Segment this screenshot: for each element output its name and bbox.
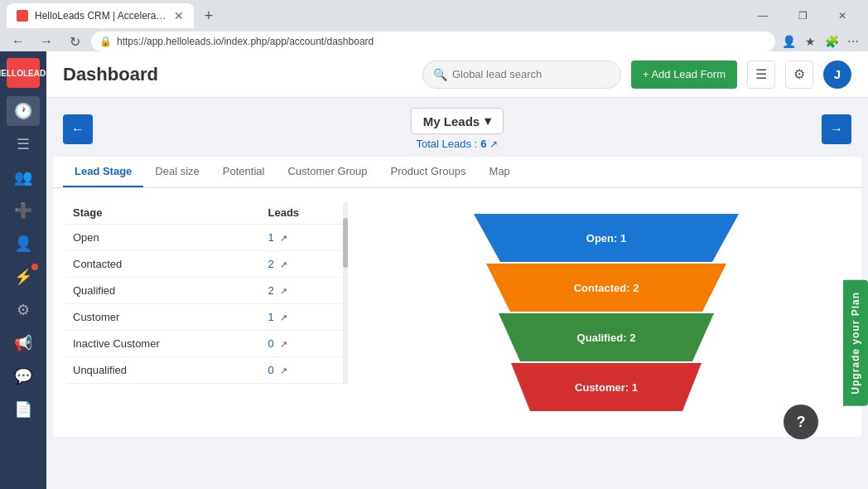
back-nav-button[interactable]: ← bbox=[7, 30, 30, 53]
total-leads-value: 6 bbox=[480, 138, 486, 150]
sidebar-item-menu[interactable]: ☰ bbox=[7, 129, 40, 159]
sidebar-item-settings[interactable]: ⚙ bbox=[7, 295, 40, 325]
tab-panel: Lead Stage Deal size Potential Customer … bbox=[53, 157, 861, 437]
sidebar-item-chat[interactable]: 💬 bbox=[7, 361, 40, 391]
leads-count-cell: 1 ↗ bbox=[262, 304, 349, 331]
browser-profile-icon[interactable]: 👤 bbox=[780, 33, 797, 50]
tab-lead-stage[interactable]: Lead Stage bbox=[63, 157, 143, 187]
sidebar-item-recent[interactable]: 🕐 bbox=[7, 96, 40, 126]
funnel-open-segment[interactable]: Open: 1 bbox=[474, 214, 739, 262]
url-text: https://app.helloleads.io/index.php/app/… bbox=[117, 36, 374, 47]
list-view-icon[interactable]: ☰ bbox=[747, 61, 775, 89]
leads-info: My Leads ▾ Total Leads : 6 ↗ bbox=[411, 108, 504, 150]
content-area: ← My Leads ▾ Total Leads : 6 ↗ → bbox=[46, 98, 868, 489]
tab-deal-size[interactable]: Deal size bbox=[143, 157, 210, 187]
tab-close-button[interactable]: ✕ bbox=[174, 9, 184, 22]
total-leads-row: Total Leads : 6 ↗ bbox=[411, 138, 504, 150]
sidebar-item-user[interactable]: 👤 bbox=[7, 229, 40, 259]
search-input[interactable] bbox=[452, 68, 601, 80]
sidebar-item-contacts[interactable]: 👥 bbox=[7, 162, 40, 192]
upgrade-plan-banner[interactable]: Upgrade your Plan bbox=[843, 280, 868, 406]
search-icon: 🔍 bbox=[433, 68, 447, 81]
row-link-icon[interactable]: ↗ bbox=[280, 339, 287, 349]
stage-cell: Contacted bbox=[66, 251, 262, 278]
sidebar-item-add[interactable]: ➕ bbox=[7, 196, 40, 225]
leads-count-cell: 2 ↗ bbox=[262, 278, 349, 304]
notification-badge bbox=[31, 264, 38, 270]
topbar: Dashboard 🔍 + Add Lead Form ☰ ⚙ J bbox=[46, 51, 868, 98]
leads-count-cell: 0 ↗ bbox=[262, 357, 349, 384]
tab-product-groups[interactable]: Product Groups bbox=[379, 157, 478, 187]
funnel-customer-segment[interactable]: Customer: 1 bbox=[511, 363, 702, 411]
leads-table: Stage Leads Open 1 ↗ Contacted 2 ↗ Quali… bbox=[66, 201, 348, 384]
stage-cell: Inactive Customer bbox=[66, 331, 262, 357]
leads-count-cell: 1 ↗ bbox=[262, 225, 349, 251]
funnel-open-label: Open: 1 bbox=[586, 232, 626, 244]
leads-table-wrap: Stage Leads Open 1 ↗ Contacted 2 ↗ Quali… bbox=[66, 201, 348, 424]
minimize-button[interactable]: — bbox=[744, 6, 782, 26]
scrollbar-thumb[interactable] bbox=[343, 218, 348, 268]
tabs-container: Lead Stage Deal size Potential Customer … bbox=[53, 157, 861, 188]
favicon-icon bbox=[17, 10, 28, 22]
restore-button[interactable]: ❐ bbox=[784, 6, 822, 26]
forward-arrow-button[interactable]: → bbox=[822, 114, 851, 144]
tab-map[interactable]: Map bbox=[478, 157, 522, 187]
stage-column-header: Stage bbox=[66, 201, 262, 225]
sidebar-item-broadcast[interactable]: 📢 bbox=[7, 328, 40, 358]
forward-nav-button[interactable]: → bbox=[35, 30, 58, 53]
leads-count-cell: 0 ↗ bbox=[262, 331, 349, 357]
sidebar-item-reports[interactable]: 📄 bbox=[7, 395, 40, 424]
user-avatar[interactable]: J bbox=[823, 61, 851, 89]
close-button[interactable]: ✕ bbox=[823, 6, 861, 26]
page-title: Dashboard bbox=[63, 64, 412, 85]
table-row: Contacted 2 ↗ bbox=[66, 251, 348, 278]
search-bar[interactable]: 🔍 bbox=[422, 61, 621, 89]
stage-cell: Customer bbox=[66, 304, 262, 331]
row-link-icon[interactable]: ↗ bbox=[280, 233, 287, 243]
browser-tab[interactable]: HelloLeads CRM | Accelerate Yo... ✕ bbox=[7, 3, 194, 28]
sidebar: HELLO LEADS 🕐 ☰ 👥 ➕ 👤 ⚡ ⚙ 📢 💬 📄 bbox=[0, 51, 46, 489]
browser-menu-icon[interactable]: ⋯ bbox=[845, 33, 861, 50]
row-link-icon[interactable]: ↗ bbox=[280, 312, 287, 322]
dropdown-arrow-icon: ▾ bbox=[485, 114, 491, 128]
app-logo: HELLO LEADS bbox=[7, 58, 40, 88]
add-lead-form-button[interactable]: + Add Lead Form bbox=[631, 61, 737, 89]
row-link-icon[interactable]: ↗ bbox=[280, 259, 287, 269]
bookmark-icon[interactable]: ★ bbox=[802, 33, 818, 50]
funnel-chart-wrap: Open: 1 Contacted: 2 Qualified: 2 Custom… bbox=[364, 201, 848, 424]
funnel-contacted-label: Contacted: 2 bbox=[574, 282, 639, 294]
back-arrow-button[interactable]: ← bbox=[63, 114, 93, 144]
dashboard-nav: ← My Leads ▾ Total Leads : 6 ↗ → bbox=[46, 98, 868, 157]
table-row: Unqualified 0 ↗ bbox=[66, 357, 348, 384]
leads-dropdown[interactable]: My Leads ▾ bbox=[411, 108, 504, 134]
funnel-qualified-label: Qualified: 2 bbox=[577, 332, 636, 344]
row-link-icon[interactable]: ↗ bbox=[280, 366, 287, 375]
stage-cell: Qualified bbox=[66, 278, 262, 304]
tab-customer-group[interactable]: Customer Group bbox=[276, 157, 379, 187]
table-row: Inactive Customer 0 ↗ bbox=[66, 331, 348, 357]
leads-count-cell: 2 ↗ bbox=[262, 251, 349, 278]
table-row: Customer 1 ↗ bbox=[66, 304, 348, 331]
funnel-contacted-segment[interactable]: Contacted: 2 bbox=[486, 264, 726, 312]
extension-icon[interactable]: 🧩 bbox=[823, 33, 840, 50]
external-link-icon[interactable]: ↗ bbox=[489, 138, 498, 150]
total-leads-label: Total Leads : bbox=[417, 138, 478, 150]
address-bar[interactable]: 🔒 https://app.helloleads.io/index.php/ap… bbox=[91, 31, 775, 51]
leads-column-header: Leads bbox=[262, 201, 349, 225]
tab-potential[interactable]: Potential bbox=[211, 157, 277, 187]
leads-dropdown-label: My Leads bbox=[423, 114, 480, 128]
scrollbar-track[interactable] bbox=[343, 201, 348, 384]
tab-title: HelloLeads CRM | Accelerate Yo... bbox=[35, 10, 167, 22]
help-button[interactable]: ? bbox=[784, 404, 818, 439]
row-link-icon[interactable]: ↗ bbox=[280, 286, 287, 296]
table-row: Open 1 ↗ bbox=[66, 225, 348, 251]
funnel-chart: Open: 1 Contacted: 2 Qualified: 2 Custom… bbox=[474, 214, 739, 411]
sidebar-item-flash[interactable]: ⚡ bbox=[7, 262, 40, 292]
settings-icon[interactable]: ⚙ bbox=[785, 61, 813, 89]
funnel-qualified-segment[interactable]: Qualified: 2 bbox=[499, 313, 714, 361]
new-tab-button[interactable]: + bbox=[197, 4, 220, 27]
funnel-customer-label: Customer: 1 bbox=[575, 381, 638, 394]
reload-button[interactable]: ↻ bbox=[63, 30, 86, 53]
stage-cell: Open bbox=[66, 225, 262, 251]
stage-cell: Unqualified bbox=[66, 357, 262, 384]
